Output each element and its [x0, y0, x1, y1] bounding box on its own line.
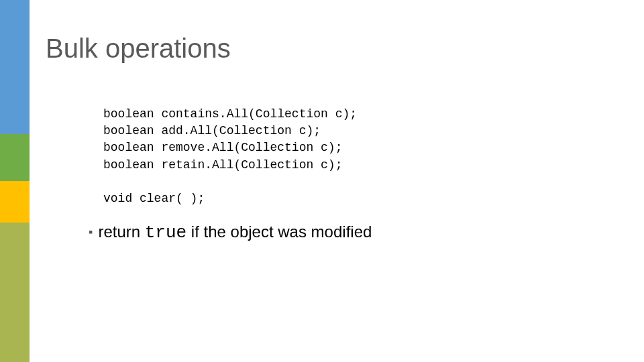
sidebar-accent: [0, 0, 30, 362]
bullet-item: ▪ return true if the object was modified: [89, 223, 372, 243]
sidebar-segment-olive: [0, 223, 30, 362]
code-block: boolean contains.All(Collection c); bool…: [103, 106, 357, 207]
code-line-4: boolean retain.All(Collection c);: [103, 158, 342, 172]
bullet-prefix: return: [98, 223, 144, 241]
sidebar-segment-blue: [0, 0, 30, 134]
code-line-1: boolean contains.All(Collection c);: [103, 107, 357, 121]
code-line-2: boolean add.All(Collection c);: [103, 124, 321, 137]
sidebar-segment-green: [0, 134, 30, 181]
sidebar-segment-yellow: [0, 181, 30, 223]
code-line-3: boolean remove.All(Collection c);: [103, 141, 342, 154]
bullet-keyword: true: [145, 223, 186, 243]
code-line-6: void clear( );: [103, 192, 205, 205]
bullet-suffix: if the object was modified: [186, 223, 372, 241]
bullet-marker-icon: ▪: [89, 225, 93, 239]
bullet-text: return true if the object was modified: [98, 223, 372, 243]
page-title: Bulk operations: [46, 34, 231, 64]
